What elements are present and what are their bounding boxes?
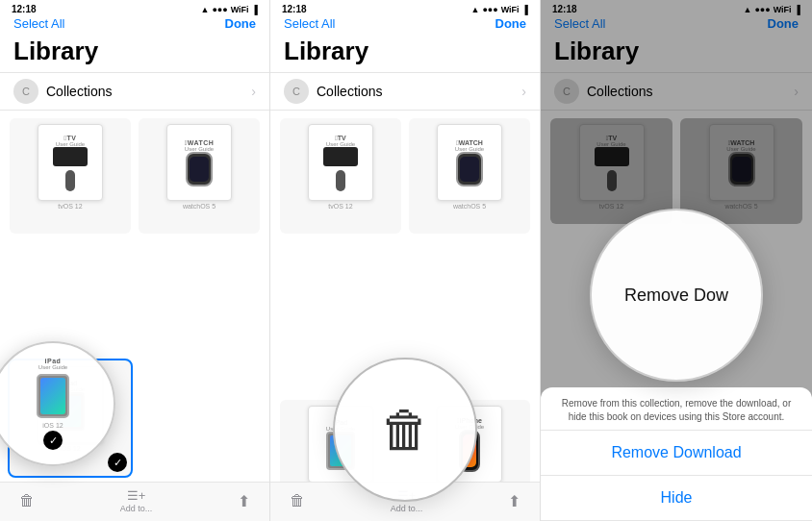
location-icon: ▲	[200, 5, 209, 14]
book-version-aw2: watchOS 5	[453, 203, 486, 210]
collections-icon-2: C	[284, 79, 309, 104]
nav-bar-2: Select All Done	[270, 16, 540, 37]
wifi-icon-2: WiFi	[501, 5, 520, 14]
add-to-icon: ☰+	[127, 488, 146, 503]
collections-label-1: Collections	[46, 84, 112, 99]
book-item-atv2[interactable]: TV User Guide tvOS 12	[280, 118, 401, 234]
book-version-aw: watchOS 5	[183, 203, 216, 210]
chevron-right-icon-1: ›	[251, 84, 256, 99]
book-version-atv2: tvOS 12	[328, 203, 352, 210]
trash-icon-large: 🗑	[380, 401, 430, 459]
atv-remote-icon	[65, 170, 75, 191]
bottom-toolbar-1: 🗑 ☰+ Add to... ⬆	[0, 482, 269, 521]
atv-cover-2: TV User Guide	[308, 124, 373, 201]
collections-row-1[interactable]: C Collections ›	[0, 72, 269, 111]
collections-left-2: C Collections	[284, 79, 382, 104]
book-item-aw[interactable]: WATCH User Guide watchOS 5	[139, 118, 260, 234]
status-icons-2: ▲ ●●● WiFi ▐	[470, 5, 528, 14]
trash-button-2[interactable]: 🗑	[290, 492, 305, 509]
phone-panel-2: 12:18 ▲ ●●● WiFi ▐ Select All Done Libra…	[270, 0, 541, 521]
trash-icon-1: 🗑	[19, 492, 35, 509]
battery-icon-2: ▐	[522, 5, 528, 14]
book-grid-2: TV User Guide tvOS 12 WATCH User Guide…	[270, 118, 540, 394]
atv-box	[53, 147, 88, 166]
magnifier-circle-3: Remove Dow	[590, 209, 763, 382]
location-icon-2: ▲	[470, 5, 479, 14]
remove-download-item[interactable]: Remove Download	[541, 431, 812, 476]
page-title-1: Library	[0, 37, 269, 72]
status-icons-1: ▲ ●●● WiFi ▐	[200, 5, 258, 14]
wifi-icon: WiFi	[231, 5, 249, 14]
phone-panel-3: 12:18 ▲ ●●● WiFi ▐ Select All Done Libra…	[541, 0, 812, 521]
book-item-atv[interactable]: TV User Guide tvOS 12	[10, 118, 131, 234]
aw-screen	[190, 157, 209, 182]
trash-icon-2: 🗑	[290, 492, 305, 509]
share-icon-1: ⬆	[238, 492, 250, 510]
add-to-button-1[interactable]: ☰+ Add to...	[120, 488, 153, 513]
done-btn-1[interactable]: Done	[225, 16, 257, 31]
book-item-aw2[interactable]: WATCH User Guide watchOS 5	[409, 118, 530, 234]
book-version-atv: tvOS 12	[58, 203, 82, 210]
add-to-label-2: Add to...	[391, 504, 423, 513]
time-1: 12:18	[12, 4, 37, 14]
select-all-btn-1[interactable]: Select All	[13, 16, 64, 31]
hide-item[interactable]: Hide	[541, 476, 812, 521]
page-title-2: Library	[270, 37, 540, 72]
action-sheet: Remove from this collection, remove the …	[541, 387, 812, 521]
share-button-2[interactable]: ⬆	[508, 492, 520, 510]
signal-icon: ●●●	[212, 5, 227, 14]
aw-cover: WATCH User Guide	[166, 124, 232, 201]
collections-icon-1: C	[13, 79, 38, 104]
action-sheet-message: Remove from this collection, remove the …	[541, 387, 812, 431]
time-2: 12:18	[282, 4, 307, 14]
check-badge-ipad: ✓	[108, 453, 127, 472]
battery-icon: ▐	[252, 5, 258, 14]
magnifier-text: Remove Dow	[624, 285, 728, 306]
status-bar-2: 12:18 ▲ ●●● WiFi ▐	[270, 0, 540, 16]
book-grid-1: TV User Guide tvOS 12 WATCH User Guide…	[0, 118, 269, 355]
collections-left-1: C Collections	[13, 79, 112, 104]
atv-cover: TV User Guide	[38, 124, 103, 201]
book-item-placeholder	[139, 360, 260, 476]
aw-watch-icon	[186, 152, 213, 186]
nav-bar-1: Select All Done	[0, 16, 269, 37]
share-icon-2: ⬆	[508, 492, 520, 510]
done-btn-2[interactable]: Done	[495, 16, 527, 31]
trash-circle-overlay[interactable]: 🗑	[333, 358, 477, 502]
phone-panel-1: 12:18 ▲ ●●● WiFi ▐ Select All Done Libra…	[0, 0, 270, 521]
trash-button-1[interactable]: 🗑	[19, 492, 35, 509]
mag-check-badge: ✓	[43, 431, 63, 450]
select-all-btn-2[interactable]: Select All	[284, 16, 335, 31]
collections-row-2[interactable]: C Collections ›	[270, 72, 540, 111]
signal-icon-2: ●●●	[482, 5, 497, 14]
add-to-label: Add to...	[120, 504, 153, 513]
collections-label-2: Collections	[317, 84, 382, 99]
chevron-right-icon-2: ›	[521, 84, 526, 99]
share-button-1[interactable]: ⬆	[238, 492, 250, 510]
status-bar-1: 12:18 ▲ ●●● WiFi ▐	[0, 0, 269, 16]
